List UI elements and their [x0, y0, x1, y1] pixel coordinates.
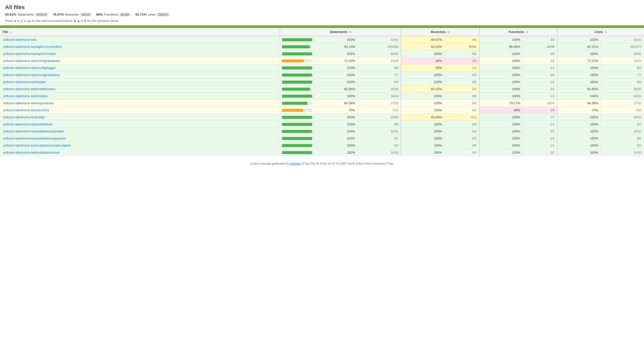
functions-pct-cell: 100%: [479, 72, 523, 79]
file-link[interactable]: softcom-takehome-test/config/database: [3, 59, 60, 63]
statements-bar-cell: [280, 128, 314, 135]
file-link[interactable]: softcom-takehome-test: [3, 38, 36, 42]
functions-pct-cell: 100%: [479, 50, 523, 57]
branches-pct-cell: 63.64%: [401, 114, 445, 121]
functions-count-cell: 2/2: [523, 149, 557, 156]
file-cell: softcom-takehome-test/api/v1/routes: [0, 50, 280, 57]
statements-pct-cell: 100%: [314, 121, 358, 128]
lines-count-cell: 34/34: [601, 93, 644, 100]
file-link[interactable]: softcom-takehome-test/middlewares: [3, 87, 56, 91]
functions-pct-cell: 100%: [479, 86, 523, 93]
branches-pct-cell: 100%: [401, 100, 445, 107]
branches-count-cell: 0/0: [445, 100, 479, 107]
statements-pct-cell: 84.38%: [314, 100, 358, 107]
table-row: softcom-takehome-test/middlewares 92.86%…: [0, 86, 644, 93]
lines-pct-cell: 100%: [557, 72, 601, 79]
file-column-header[interactable]: File ▲: [0, 28, 280, 36]
statements-bar-cell: [280, 72, 314, 79]
branches-pct-cell: 100%: [401, 107, 445, 114]
branches-pct-cell: 100%: [401, 93, 445, 100]
statements-pct-cell: 100%: [314, 36, 358, 43]
statements-bar-cell: [280, 135, 314, 142]
statements-count-cell: 5/5: [358, 135, 401, 142]
statements-pct-cell: 72.22%: [314, 57, 358, 64]
file-link[interactable]: softcom-takehome-test/config/logger: [3, 66, 56, 70]
functions-count-cell: 1/1: [523, 135, 557, 142]
statements-pct-cell: 70%: [314, 107, 358, 114]
lines-count-cell: 6/6: [601, 79, 644, 86]
file-link[interactable]: softcom-takehome-test/services: [3, 108, 49, 112]
branches-pct-cell: 66.67%: [401, 36, 445, 43]
file-link[interactable]: softcom-takehome-test/validations/subscr…: [3, 144, 71, 147]
keyboard-hint: Press n or j to go to the next uncovered…: [5, 19, 639, 23]
table-row: softcom-takehome-test/config/database 72…: [0, 57, 644, 64]
file-link[interactable]: softcom-takehome-test/models: [3, 94, 48, 98]
file-cell: softcom-takehome-test/validations/questi…: [0, 135, 280, 142]
file-link[interactable]: softcom-takehome-test/helper: [3, 80, 46, 84]
lines-pct-cell: 92.86%: [557, 86, 601, 93]
istanbul-link[interactable]: istanbul: [290, 162, 300, 165]
file-cell: softcom-takehome-test/config/rabbitmq: [0, 72, 280, 79]
branches-count-cell: 0/0: [445, 121, 479, 128]
file-link[interactable]: softcom-takehome-test/validations: [3, 122, 53, 126]
file-link[interactable]: softcom-takehome-test/validations/questi…: [3, 136, 66, 140]
statements-bar-cell: [280, 100, 314, 107]
lines-count-cell: 20/20: [601, 114, 644, 121]
statements-count-cell: 27/32: [358, 100, 401, 107]
branches-count-cell: 4/6: [445, 36, 479, 43]
branches-count-cell: 1/2: [445, 64, 479, 72]
lines-count-cell: 5/5: [601, 142, 644, 149]
statements-bar-cell: [280, 142, 314, 149]
lines-pct-cell: 100%: [557, 50, 601, 57]
file-link[interactable]: softcom-takehome-test/validations/user: [3, 151, 60, 154]
statements-count-cell: 258/280: [358, 43, 401, 50]
table-row: softcom-takehome-test/api/v1/controllers…: [0, 43, 644, 50]
statements-pct-cell: 92.14%: [314, 43, 358, 50]
stats-bar: 93.61% Statements 542/579 78.57% Branche…: [5, 13, 639, 16]
lines-column-header[interactable]: Lines ⇅: [557, 28, 644, 36]
lines-pct-cell: 100%: [557, 142, 601, 149]
branches-pct-cell: 100%: [401, 142, 445, 149]
functions-count-cell: 1/1: [523, 79, 557, 86]
statements-bar-cell: [280, 43, 314, 50]
file-cell: softcom-takehome-test/validations/answer: [0, 128, 280, 135]
lines-pct-cell: 100%: [557, 128, 601, 135]
table-row: softcom-takehome-test/utility 100% 20/20…: [0, 114, 644, 121]
statements-stat: 93.61% Statements 542/579: [5, 13, 48, 16]
statements-count-cell: 8/8: [358, 64, 401, 72]
file-link[interactable]: softcom-takehome-test/utility: [3, 115, 45, 119]
footer: Code coverage generated by istanbul at S…: [0, 159, 644, 168]
lines-pct-cell: 100%: [557, 93, 601, 100]
branches-count-cell: 0/0: [445, 93, 479, 100]
table-header-row: File ▲ Statements ⇅ Branches ⇅ Functions…: [0, 28, 644, 36]
file-cell: softcom-takehome-test/validations/subscr…: [0, 142, 280, 149]
lines-count-cell: 13/18: [601, 57, 644, 64]
branches-pct-cell: 100%: [401, 79, 445, 86]
file-cell: softcom-takehome-test/helper: [0, 79, 280, 86]
file-cell: softcom-takehome-test/validations: [0, 121, 280, 128]
file-link[interactable]: softcom-takehome-test/config/rabbitmq: [3, 73, 60, 77]
lines-pct-cell: 100%: [557, 135, 601, 142]
functions-column-header[interactable]: Functions ⇅: [479, 28, 557, 36]
file-link[interactable]: softcom-takehome-test/repositories: [3, 101, 54, 105]
file-link[interactable]: softcom-takehome-test/api/v1/controllers: [3, 45, 62, 49]
functions-count-cell: 2/2: [523, 128, 557, 135]
statements-count-cell: 60/60: [358, 50, 401, 57]
statements-bar-cell: [280, 107, 314, 114]
statements-pct-cell: 100%: [314, 135, 358, 142]
statements-column-header[interactable]: Statements ⇅: [280, 28, 401, 36]
branches-column-header[interactable]: Branches ⇅: [401, 28, 479, 36]
file-link[interactable]: softcom-takehome-test/validations/answer: [3, 129, 64, 133]
statements-pct-cell: 100%: [314, 149, 358, 156]
functions-count-cell: 2/5: [523, 107, 557, 114]
statements-count-cell: 26/28: [358, 86, 401, 93]
functions-count-cell: 0/0: [523, 72, 557, 79]
functions-count-cell: 1/1: [523, 93, 557, 100]
statements-pct-cell: 100%: [314, 114, 358, 121]
file-link[interactable]: softcom-takehome-test/api/v1/routes: [3, 52, 56, 56]
statements-bar-cell: [280, 50, 314, 57]
table-row: softcom-takehome-test/config/rabbitmq 10…: [0, 72, 644, 79]
table-row: softcom-takehome-test/config/logger 100%…: [0, 64, 644, 72]
statements-pct-cell: 92.86%: [314, 86, 358, 93]
statements-count-cell: 34/34: [358, 93, 401, 100]
